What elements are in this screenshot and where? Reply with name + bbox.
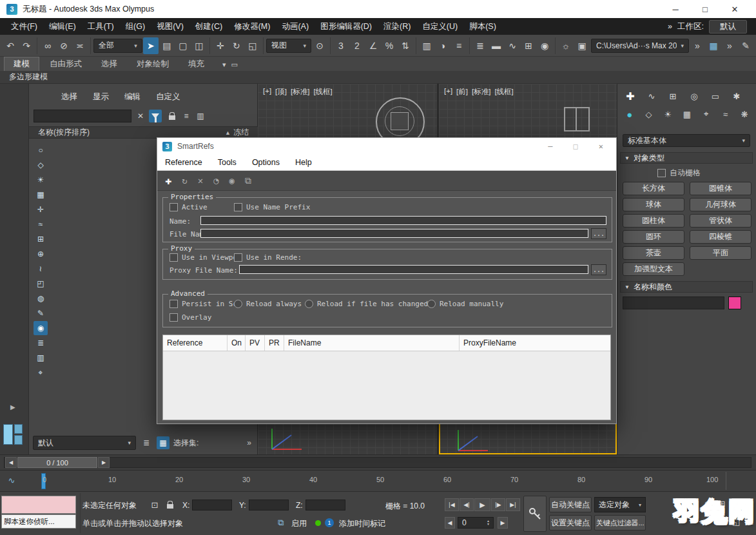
macro-recorder-field[interactable]	[1, 496, 76, 514]
layer-manager-icon[interactable]: ≣	[472, 37, 488, 54]
spacewarps-category-icon[interactable]: ≈	[720, 108, 732, 121]
y-coordinate-field[interactable]	[249, 500, 289, 511]
selected-filter-dropdown[interactable]: 选定对象 ▾	[594, 497, 646, 512]
menu-overflow-icon[interactable]: »	[668, 22, 672, 31]
explorer-menu-select[interactable]: 选择	[61, 92, 77, 102]
cone-button[interactable]: 圆锥体	[690, 182, 751, 195]
frame-forward-icon[interactable]: ▶	[498, 517, 508, 529]
exp-lights-icon[interactable]: ☀	[34, 173, 48, 187]
menu-graph-editors[interactable]: 图形编辑器(D)	[315, 18, 378, 35]
file-browse-button[interactable]: ...	[591, 228, 606, 239]
exp-cameras-icon[interactable]: ▦	[34, 188, 48, 202]
exp-spacewarps-icon[interactable]: ≈	[34, 217, 48, 231]
dialog-close-icon[interactable]: ✕	[599, 142, 603, 151]
pyramid-button[interactable]: 四棱锥	[690, 230, 751, 244]
spinner-down-icon[interactable]: ▾	[487, 523, 489, 526]
col-reference[interactable]: Reference	[163, 335, 228, 351]
unlink-icon[interactable]: ⊘	[56, 37, 72, 54]
bind-spacewarp-icon[interactable]: ≍	[72, 37, 88, 54]
dialog-minimize-icon[interactable]: —	[548, 142, 552, 151]
auto-key-button[interactable]: 自动关键点	[549, 497, 592, 512]
dialog-maximize-icon[interactable]: □	[574, 142, 578, 151]
set-key-button[interactable]: 设置关键点	[549, 515, 592, 530]
use-pivot-center-icon[interactable]: ⊙	[312, 37, 327, 54]
key-filters-button[interactable]: 关键点过滤器...	[594, 515, 646, 530]
exp-bones-icon[interactable]: ≀	[34, 262, 48, 276]
menu-rendering[interactable]: 渲染(R)	[378, 18, 416, 35]
use-in-viewport-checkbox[interactable]: Use in Viewpo	[170, 253, 237, 262]
column-header-frozen[interactable]: 冻结	[231, 127, 258, 138]
ribbon-tab-freeform[interactable]: 自由形式	[41, 57, 91, 71]
undo-icon[interactable]: ↶	[3, 37, 18, 54]
menu-tools[interactable]: 工具(T)	[82, 18, 120, 35]
ribbon-options-icon[interactable]: ▾	[222, 61, 226, 69]
explorer-search-input[interactable]	[34, 110, 131, 122]
exp-materials-icon[interactable]: ◍	[34, 291, 48, 306]
reload-if-changed-radio[interactable]: Reload if file has changed	[305, 300, 428, 308]
persist-in-scene-checkbox[interactable]: Persist in Sce	[170, 300, 242, 308]
selection-sets-icon[interactable]: ▦	[157, 436, 170, 449]
viewport-layout-icon[interactable]	[3, 424, 23, 445]
set-key-mode-button[interactable]	[523, 496, 547, 532]
utilities-tab-icon[interactable]: ✱	[730, 90, 743, 102]
search-filter-icon[interactable]	[149, 110, 162, 122]
previous-frame-icon[interactable]: ◀	[5, 457, 17, 468]
exp-helpers-icon[interactable]: ✛	[34, 202, 48, 217]
use-name-prefix-checkbox[interactable]: Use Name Prefix	[234, 203, 310, 211]
render-setup-icon[interactable]: ☼	[558, 37, 574, 54]
current-frame-field[interactable]: 0 ▴ ▾	[458, 517, 494, 529]
references-table-body[interactable]	[163, 351, 610, 420]
col-proxyfilename[interactable]: ProxyFileName	[460, 335, 610, 351]
teapot-button[interactable]: 茶壶	[623, 246, 684, 260]
percent-snap-icon[interactable]: %	[382, 37, 397, 54]
toolbar-overflow-icon[interactable]: »	[722, 37, 737, 54]
overlay-checkbox[interactable]: Overlay	[170, 313, 211, 322]
use-in-render-checkbox[interactable]: Use in Rende:	[234, 253, 302, 262]
viewport-menu-standard[interactable]: [标准]	[291, 87, 309, 97]
reload-manually-radio[interactable]: Reload manually	[427, 300, 503, 308]
snap-toggle-2d-icon[interactable]: 2	[349, 37, 365, 54]
redo-icon[interactable]: ↷	[19, 37, 34, 54]
exp-containers-icon[interactable]: ◰	[34, 277, 48, 291]
ribbon-panel-polymodeling[interactable]: 多边形建模	[9, 72, 48, 83]
primitive-category-dropdown[interactable]: 标准基本体 ▾	[623, 134, 750, 147]
layer-list-icon[interactable]: ≣	[140, 436, 153, 449]
proxy-toggle-icon[interactable]: ◉	[229, 175, 235, 186]
viewport-menu-shading[interactable]: [线框]	[494, 87, 513, 97]
smartrefs-menu-options[interactable]: Options	[252, 158, 280, 167]
exp-geometry-icon[interactable]: ○	[34, 143, 48, 157]
exp-shapes-icon[interactable]: ◇	[34, 158, 48, 172]
reload-reference-icon[interactable]: ↻	[182, 175, 187, 186]
explorer-overflow-icon[interactable]: »	[247, 438, 254, 447]
exp-edit-icon[interactable]: ✎	[34, 306, 48, 320]
exp-list-view-icon[interactable]: ≣	[34, 336, 48, 350]
reload-always-radio[interactable]: Reload always	[234, 300, 302, 308]
plane-button[interactable]: 平面	[690, 246, 751, 260]
exp-xrefs-icon[interactable]: ⊕	[34, 247, 48, 261]
z-coordinate-field[interactable]	[305, 500, 345, 511]
shapes-category-icon[interactable]: ◇	[643, 108, 655, 121]
move-icon[interactable]: ✛	[213, 37, 228, 54]
mirror-icon[interactable]: ◑	[435, 37, 451, 54]
go-to-start-icon[interactable]: |◀	[445, 498, 459, 511]
ribbon-tab-populate[interactable]: 填充	[179, 57, 213, 71]
exp-groups-icon[interactable]: ⊞	[34, 232, 48, 246]
close-icon[interactable]: ✕	[720, 0, 750, 18]
maximize-icon[interactable]: □	[690, 0, 720, 18]
sort-mode-icon[interactable]: ≡	[180, 110, 193, 122]
proxy-browse-button[interactable]: ...	[591, 264, 606, 275]
exp-visibility-icon[interactable]: ◉	[34, 321, 48, 335]
display-viewport-icon[interactable]: ▦	[706, 37, 721, 54]
window-crossing-icon[interactable]: ◫	[191, 37, 207, 54]
smartrefs-menu-tools[interactable]: Tools	[218, 158, 237, 167]
systems-category-icon[interactable]: ❋	[739, 108, 750, 121]
box-button[interactable]: 长方体	[623, 182, 684, 195]
ribbon-tab-modeling[interactable]: 建模	[4, 57, 39, 71]
selection-filter-dropdown[interactable]: 全部 ▾	[93, 39, 142, 53]
cameras-category-icon[interactable]: ▦	[681, 108, 693, 121]
name-field[interactable]	[200, 216, 606, 225]
ribbon-toggle-icon[interactable]: ▬	[489, 37, 504, 54]
name-color-rollout[interactable]: ▼ 名称和颜色	[620, 281, 753, 293]
autogrid-checkbox[interactable]: 自动栅格	[657, 168, 701, 179]
col-pr[interactable]: PR	[265, 335, 284, 351]
